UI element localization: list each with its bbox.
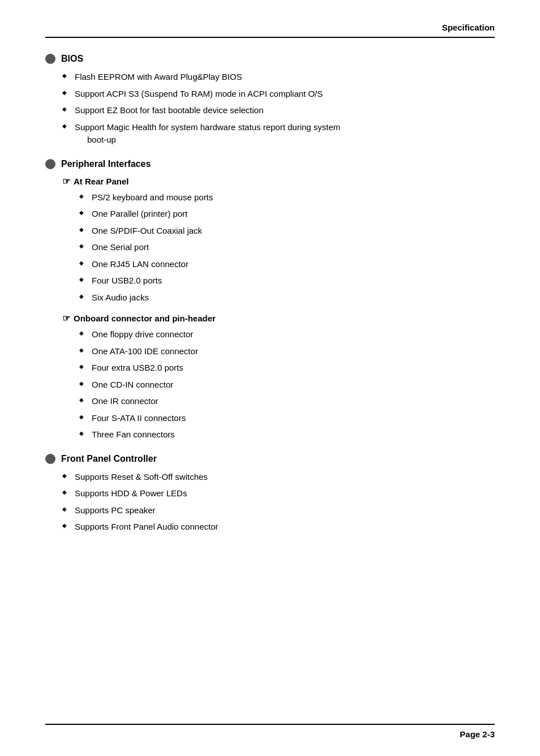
page-number: Page 2-3 xyxy=(460,729,495,739)
peripheral-interfaces-label: Peripheral Interfaces xyxy=(61,159,151,169)
bios-list: Flash EEPROM with Award Plug&Play BIOS S… xyxy=(45,71,495,147)
peripheral-interfaces-icon xyxy=(45,159,55,169)
section-front-panel-controller: Front Panel Controller Supports Reset & … xyxy=(45,454,495,534)
onboard-connector-list: One floppy drive connector One ATA-100 I… xyxy=(45,328,495,441)
list-item: Supports Front Panel Audio connector xyxy=(62,521,495,534)
list-item: Flash EEPROM with Award Plug&Play BIOS xyxy=(62,71,495,84)
list-item: One Parallel (printer) port xyxy=(79,208,495,221)
list-item: Six Audio jacks xyxy=(79,291,495,304)
list-item: PS/2 keyboard and mouse ports xyxy=(79,191,495,204)
front-panel-icon xyxy=(45,454,55,464)
list-item: Support EZ Boot for fast bootable device… xyxy=(62,104,495,117)
list-item: One ATA-100 IDE connector xyxy=(79,345,495,358)
list-item: Support ACPI S3 (Suspend To RAM) mode in… xyxy=(62,88,495,101)
list-item: Supports PC speaker xyxy=(62,504,495,517)
section-bios: BIOS Flash EEPROM with Award Plug&Play B… xyxy=(45,54,495,147)
subsection-at-rear-panel: ☞ At Rear Panel PS/2 keyboard and mouse … xyxy=(45,176,495,304)
page: Specification BIOS Flash EEPROM with Awa… xyxy=(0,0,540,756)
memo-icon-onboard: ☞ xyxy=(62,313,70,324)
list-item: One CD-IN connector xyxy=(79,379,495,392)
list-item: Four extra USB2.0 ports xyxy=(79,362,495,375)
at-rear-panel-list: PS/2 keyboard and mouse ports One Parall… xyxy=(45,191,495,304)
list-item: Three Fan connectors xyxy=(79,428,495,441)
at-rear-panel-title: ☞ At Rear Panel xyxy=(45,176,495,187)
list-item: One RJ45 LAN connector xyxy=(79,258,495,271)
list-item: Support Magic Health for system hardware… xyxy=(62,121,495,147)
list-item: One floppy drive connector xyxy=(79,328,495,341)
front-panel-controller-label: Front Panel Controller xyxy=(61,454,157,464)
page-header: Specification xyxy=(45,23,495,38)
onboard-connector-label: Onboard connector and pin-header xyxy=(74,313,216,323)
bios-section-title: BIOS xyxy=(45,54,495,64)
memo-icon-rear: ☞ xyxy=(62,176,70,187)
subsection-onboard-connector: ☞ Onboard connector and pin-header One f… xyxy=(45,313,495,441)
page-footer: Page 2-3 xyxy=(45,724,495,739)
onboard-connector-title: ☞ Onboard connector and pin-header xyxy=(45,313,495,324)
front-panel-controller-list: Supports Reset & Soft-Off switches Suppo… xyxy=(45,471,495,534)
at-rear-panel-label: At Rear Panel xyxy=(74,177,129,186)
section-peripheral-interfaces: Peripheral Interfaces ☞ At Rear Panel PS… xyxy=(45,159,495,441)
list-item: Supports HDD & Power LEDs xyxy=(62,487,495,500)
peripheral-interfaces-section-title: Peripheral Interfaces xyxy=(45,159,495,169)
list-item: Four S-ATA II connectors xyxy=(79,412,495,425)
list-item: One IR connector xyxy=(79,395,495,408)
page-title: Specification xyxy=(442,23,495,32)
list-item: Supports Reset & Soft-Off switches xyxy=(62,471,495,484)
list-item: One S/PDIF-Out Coaxial jack xyxy=(79,225,495,238)
list-item: Four USB2.0 ports xyxy=(79,274,495,287)
bios-label: BIOS xyxy=(61,54,83,64)
front-panel-controller-section-title: Front Panel Controller xyxy=(45,454,495,464)
bios-icon xyxy=(45,54,55,64)
list-item: One Serial port xyxy=(79,241,495,254)
